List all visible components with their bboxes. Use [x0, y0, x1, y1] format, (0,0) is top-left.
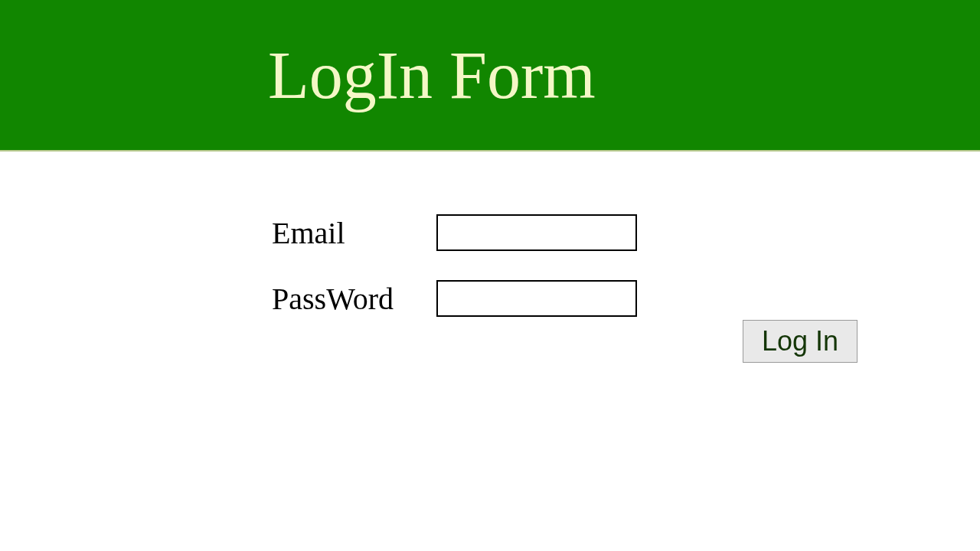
password-row: PassWord [272, 280, 980, 317]
password-label: PassWord [272, 281, 436, 317]
page-title: LogIn Form [268, 37, 596, 114]
login-form: Email PassWord Log In [0, 152, 980, 363]
email-row: Email [272, 214, 980, 251]
login-button[interactable]: Log In [743, 320, 858, 363]
password-field[interactable] [436, 280, 637, 317]
email-field[interactable] [436, 214, 637, 251]
header-banner: LogIn Form [0, 0, 980, 152]
button-row: Log In [272, 320, 980, 363]
email-label: Email [272, 215, 436, 251]
